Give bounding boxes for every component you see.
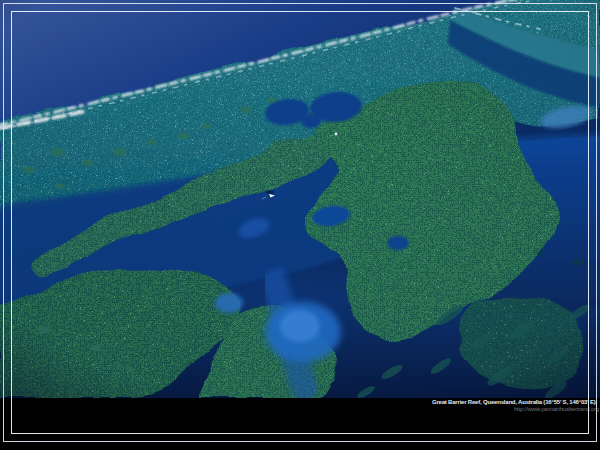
caption-bar: Great Barrier Reef, Queensland, Australi… [0, 398, 600, 450]
vignette-overlay [0, 0, 600, 398]
photo-credit-url: http://www.yannarthusbertrand.org [0, 406, 600, 413]
photo-location-caption: Great Barrier Reef, Queensland, Australi… [0, 399, 600, 406]
reef-aerial-photo [0, 0, 600, 398]
desktop-wallpaper: Great Barrier Reef, Queensland, Australi… [0, 0, 600, 450]
